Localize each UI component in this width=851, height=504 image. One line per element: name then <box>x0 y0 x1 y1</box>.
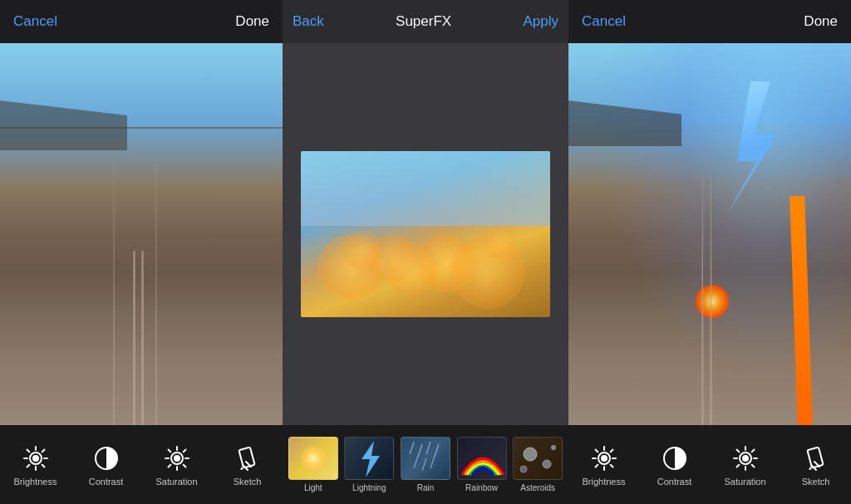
left-tool-sketch[interactable]: Sketch <box>212 425 283 504</box>
center-back-button[interactable]: Back <box>293 10 324 33</box>
right-tool-contrast[interactable]: Contrast <box>639 425 710 504</box>
right-panel: Cancel Done <box>568 0 851 504</box>
right-station-image <box>568 43 851 425</box>
svg-line-29 <box>414 456 418 468</box>
svg-rect-21 <box>239 447 254 467</box>
svg-line-25 <box>410 442 414 454</box>
svg-line-53 <box>736 449 739 452</box>
right-image-area <box>568 43 851 425</box>
svg-line-27 <box>426 442 430 454</box>
svg-point-48 <box>742 455 749 462</box>
left-contrast-label: Contrast <box>89 477 124 487</box>
filter-lightning-label: Lightning <box>352 483 386 492</box>
left-cancel-button[interactable]: Cancel <box>13 10 57 33</box>
right-bottom-bar: Brightness Contrast <box>568 425 851 504</box>
svg-line-30 <box>422 458 426 471</box>
svg-point-12 <box>174 455 180 462</box>
svg-point-35 <box>551 445 556 450</box>
svg-line-6 <box>42 464 44 467</box>
right-tool-brightness[interactable]: Brightness <box>568 425 639 504</box>
left-saturation-label: Saturation <box>155 477 197 487</box>
center-title: SuperFX <box>396 13 451 30</box>
filter-rain-thumb <box>401 437 450 480</box>
right-contrast-label: Contrast <box>657 477 692 487</box>
svg-point-33 <box>543 460 551 468</box>
left-done-button[interactable]: Done <box>235 10 269 33</box>
filter-asteroids-label: Asteroids <box>520 483 555 492</box>
filter-lightning-thumb <box>344 437 394 480</box>
saturation-icon <box>162 443 192 473</box>
right-saturation-label: Saturation <box>724 477 765 487</box>
svg-point-9 <box>32 455 39 462</box>
svg-line-7 <box>42 449 44 452</box>
svg-line-45 <box>595 464 598 467</box>
filter-rain[interactable]: Rain <box>398 425 453 504</box>
filter-light[interactable]: Light <box>286 425 341 504</box>
right-sketch-icon <box>801 443 831 473</box>
left-bottom-bar: Brightness Contrast <box>0 425 283 504</box>
filter-asteroids-thumb <box>513 437 563 480</box>
svg-line-5 <box>27 449 29 452</box>
right-saturation-icon <box>730 443 760 473</box>
brightness-icon <box>21 443 51 473</box>
svg-line-20 <box>168 464 170 467</box>
left-image-area <box>0 43 283 425</box>
center-apply-button[interactable]: Apply <box>523 10 558 33</box>
filter-light-label: Light <box>304 483 322 492</box>
right-cancel-button[interactable]: Cancel <box>582 10 626 33</box>
filter-light-thumb <box>288 437 338 480</box>
right-tool-sketch[interactable]: Sketch <box>780 425 851 504</box>
center-filter-bar: Light Lightning <box>283 425 568 504</box>
left-tool-saturation[interactable]: Saturation <box>141 425 212 504</box>
svg-line-44 <box>610 449 612 452</box>
center-panel: Back SuperFX Apply Light <box>283 0 568 504</box>
svg-point-32 <box>524 448 537 461</box>
center-edited-image <box>301 151 550 317</box>
svg-line-55 <box>751 449 754 452</box>
svg-line-26 <box>418 444 422 457</box>
right-sketch-label: Sketch <box>802 477 830 487</box>
center-top-bar: Back SuperFX Apply <box>283 0 568 43</box>
svg-point-37 <box>601 455 608 462</box>
svg-line-18 <box>183 464 185 467</box>
left-brightness-label: Brightness <box>14 477 57 487</box>
left-panel: Cancel Done <box>0 0 283 504</box>
svg-line-28 <box>435 444 439 457</box>
right-brightness-icon <box>589 443 619 473</box>
svg-line-31 <box>430 456 435 468</box>
svg-line-54 <box>751 464 754 467</box>
filter-rainbow[interactable]: Rainbow <box>455 425 509 504</box>
right-top-bar: Cancel Done <box>568 0 851 43</box>
svg-point-34 <box>520 466 527 472</box>
contrast-icon <box>91 443 121 473</box>
filter-lightning[interactable]: Lightning <box>342 425 397 504</box>
left-tool-contrast[interactable]: Contrast <box>71 425 141 504</box>
explosion-effect <box>696 285 729 318</box>
svg-line-19 <box>183 449 185 452</box>
right-tool-saturation[interactable]: Saturation <box>710 425 780 504</box>
filter-rainbow-label: Rainbow <box>465 483 498 492</box>
right-brightness-label: Brightness <box>583 477 626 487</box>
left-top-bar: Cancel Done <box>0 0 283 43</box>
svg-line-42 <box>595 449 598 452</box>
filter-rain-label: Rain <box>417 483 435 492</box>
right-done-button[interactable]: Done <box>804 10 838 33</box>
filter-asteroids[interactable]: Asteroids <box>510 425 565 504</box>
svg-line-8 <box>27 464 29 467</box>
right-contrast-icon <box>660 443 690 473</box>
svg-marker-24 <box>362 441 380 477</box>
sketch-icon <box>233 443 263 473</box>
filter-rainbow-thumb <box>457 437 507 480</box>
svg-line-56 <box>736 464 739 467</box>
left-sketch-label: Sketch <box>234 477 262 487</box>
left-station-image <box>0 43 283 425</box>
left-tool-brightness[interactable]: Brightness <box>0 425 71 504</box>
svg-rect-57 <box>807 447 823 467</box>
svg-line-17 <box>168 449 170 452</box>
center-image-area <box>283 43 568 425</box>
svg-line-43 <box>610 464 612 467</box>
